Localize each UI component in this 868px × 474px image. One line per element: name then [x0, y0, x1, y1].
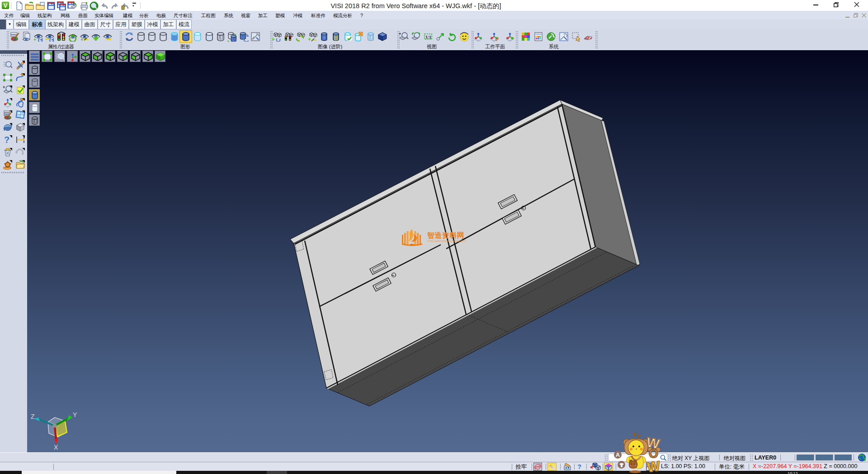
svg-text:X: X	[54, 444, 58, 451]
svg-text:+: +	[80, 37, 83, 42]
svg-text:W: W	[646, 458, 661, 474]
svg-text:?: ?	[4, 135, 9, 145]
svg-text:+: +	[272, 36, 275, 42]
svg-text:+: +	[33, 37, 36, 42]
svg-text:+: +	[308, 36, 311, 42]
svg-text:Z: Z	[31, 413, 35, 420]
svg-text:+: +	[3, 85, 5, 90]
svg-text:Y: Y	[73, 411, 77, 418]
svg-text:+: +	[399, 32, 401, 36]
svg-text:1:1: 1:1	[425, 35, 431, 39]
